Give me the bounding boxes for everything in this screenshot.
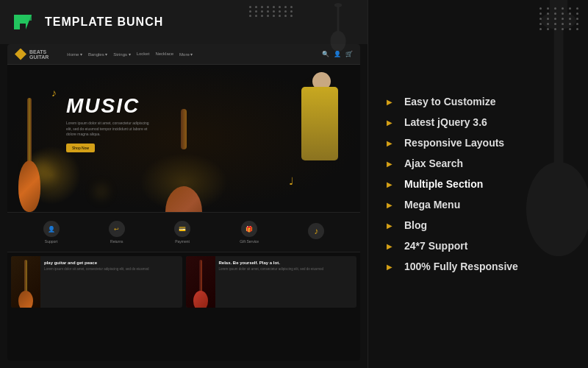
bokeh-2 xyxy=(96,186,107,197)
svg-rect-1 xyxy=(337,5,340,41)
guitar-watermark-top xyxy=(309,0,368,52)
feature-arrow-4: ▶ xyxy=(387,180,397,188)
card-mini-neck-1 xyxy=(24,260,27,293)
svg-rect-6 xyxy=(550,0,567,24)
card-info-1: play guitar and get peace Lorem ipsum do… xyxy=(40,256,182,308)
card-guitar-mini-2 xyxy=(193,260,208,308)
music-note-left: ♪ xyxy=(51,87,57,99)
preview-services-row: 👤 Support ↩ Returns 💳 Payment 🎁 Gift Ser… xyxy=(7,212,360,252)
guitar-left xyxy=(11,94,48,212)
service-support: 👤 Support xyxy=(43,221,60,244)
card-mini-body-2 xyxy=(193,291,208,308)
nav-bangles: Bangles ▾ xyxy=(88,52,107,57)
feature-arrow-1: ▶ xyxy=(387,118,397,127)
service-returns: ↩ Returns xyxy=(109,221,125,244)
product-card-2: Relax. Be yourself. Play a lot. Lorem ip… xyxy=(186,256,357,308)
nav-locket: Locket xyxy=(137,52,150,57)
hero-cta-button[interactable]: Shop Now xyxy=(66,144,95,152)
feature-label-3: Ajax Search xyxy=(404,158,463,169)
website-preview: BEATSGUITAR Home ▾ Bangles ▾ Strings ▾ L… xyxy=(7,44,360,361)
feature-arrow-3: ▶ xyxy=(387,160,397,168)
feature-label-4: Multiple Section xyxy=(404,178,483,190)
right-panel: ▶ Easy to Customize ▶ Latest jQuery 3.6 … xyxy=(368,0,588,368)
service-gift: 🎁 Gift Service xyxy=(240,221,259,244)
card-guitar-mini-1 xyxy=(18,260,33,308)
service-gift-label: Gift Service xyxy=(240,239,259,244)
feature-arrow-7: ▶ xyxy=(387,242,397,250)
feature-label-8: 100% Fully Responsive xyxy=(404,261,518,272)
card-info-2: Relax. Be yourself. Play a lot. Lorem ip… xyxy=(215,256,357,308)
feature-label-0: Easy to Customize xyxy=(404,96,495,107)
user-icon: 👤 xyxy=(334,51,341,57)
preview-nav-icons: 🔍 👤 🛒 xyxy=(322,51,353,57)
service-music: ♪ xyxy=(308,223,324,241)
feature-label-6: Blog xyxy=(404,219,427,231)
preview-navbar: BEATSGUITAR Home ▾ Bangles ▾ Strings ▾ L… xyxy=(7,44,360,65)
service-payment-label: Payment xyxy=(175,239,190,244)
svg-point-2 xyxy=(334,3,343,7)
hero-text-block: MUSIC Lorem ipsum dolor sit amet, consec… xyxy=(66,94,154,152)
service-payment: 💳 Payment xyxy=(174,221,190,244)
card-title-2: Relax. Be yourself. Play a lot. xyxy=(219,261,354,265)
product-card-1: play guitar and get peace Lorem ipsum do… xyxy=(11,256,182,308)
nav-more: More ▾ xyxy=(179,52,193,57)
hero-subtitle: Lorem ipsum dolor sit amet, consectetur … xyxy=(66,121,154,138)
person-body xyxy=(301,87,338,160)
mandolin-body xyxy=(165,186,202,212)
payment-icon: 💳 xyxy=(174,221,190,237)
dot-grid-decoration xyxy=(249,6,294,17)
card-mini-neck-2 xyxy=(199,260,202,293)
music-note-right: ♩ xyxy=(289,175,294,187)
feature-arrow-2: ▶ xyxy=(387,139,397,147)
card-desc-2: Lorem ipsum dolor sit amet, consectetur … xyxy=(219,267,354,272)
card-mini-body-1 xyxy=(18,291,33,308)
preview-logo-icon xyxy=(15,49,26,60)
mandolin-center xyxy=(162,109,206,197)
feature-label-7: 24*7 Support xyxy=(404,240,467,252)
music-icon: ♪ xyxy=(308,223,324,239)
guitar-neck-left xyxy=(27,98,32,164)
nav-home: Home ▾ xyxy=(67,52,82,57)
guitar-body-left xyxy=(18,160,40,212)
mandolin-neck xyxy=(181,109,187,149)
preview-nav-links: Home ▾ Bangles ▾ Strings ▾ Locket Neckla… xyxy=(67,52,193,57)
card-desc-1: Lorem ipsum dolor sit amet, consectetur … xyxy=(44,267,179,272)
service-support-label: Support xyxy=(45,239,58,244)
brand-name: TEMPLATE BUNCH xyxy=(45,15,163,29)
preview-logo-text: BEATSGUITAR xyxy=(29,49,49,60)
feature-arrow-0: ▶ xyxy=(387,98,397,106)
feature-arrow-5: ▶ xyxy=(387,201,397,209)
guitar-watermark-right xyxy=(514,0,588,280)
feature-arrow-8: ▶ xyxy=(387,263,397,271)
returns-icon: ↩ xyxy=(109,221,125,237)
gift-icon: 🎁 xyxy=(241,221,257,237)
preview-product-cards: play guitar and get peace Lorem ipsum do… xyxy=(7,252,360,311)
support-icon: 👤 xyxy=(43,221,60,237)
svg-rect-4 xyxy=(554,21,564,209)
search-icon: 🔍 xyxy=(322,51,329,57)
feature-label-1: Latest jQuery 3.6 xyxy=(404,116,487,128)
feature-label-5: Mega Menu xyxy=(404,199,460,210)
service-returns-label: Returns xyxy=(110,239,123,244)
feature-arrow-6: ▶ xyxy=(387,222,397,230)
brand-logo-icon xyxy=(11,9,37,35)
cart-icon: 🛒 xyxy=(345,51,353,57)
card-img-1 xyxy=(11,256,40,308)
preview-hero: MUSIC Lorem ipsum dolor sit amet, consec… xyxy=(7,65,360,212)
card-title-1: play guitar and get peace xyxy=(44,261,179,265)
nav-strings: Strings ▾ xyxy=(113,52,130,57)
left-panel: TEMPLATE BUNCH BEATSGUITAR Home ▾ Bangle… xyxy=(0,0,368,368)
hero-title: MUSIC xyxy=(66,94,154,118)
preview-logo: BEATSGUITAR xyxy=(15,49,49,60)
feature-label-2: Responsive Layouts xyxy=(404,137,504,149)
person-violin xyxy=(287,72,353,212)
card-img-2 xyxy=(186,256,215,308)
nav-necklace: Necklace xyxy=(155,52,173,57)
